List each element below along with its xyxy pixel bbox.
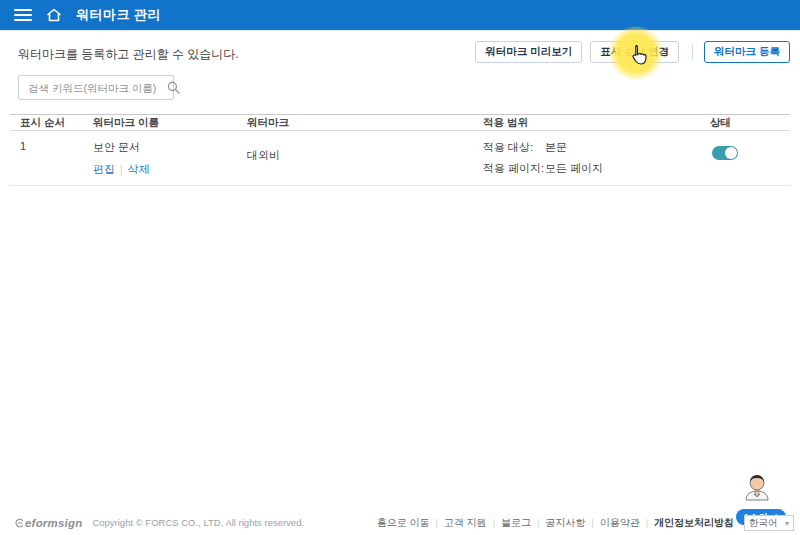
table-row: 1 보안 문서 편집|삭제 대외비 적용 대상: 본문 적용 페이지: 모든 페…: [10, 131, 790, 186]
watermark-text: 대외비: [247, 148, 483, 163]
footer-link-home[interactable]: 홈으로 이동: [377, 516, 430, 530]
scope-page-value: 모든 페이지: [545, 161, 603, 176]
home-icon[interactable]: [44, 5, 64, 25]
footer-link-notice[interactable]: 공지사항: [545, 516, 585, 530]
watermark-preview-button[interactable]: 워터마크 미리보기: [475, 41, 582, 63]
search-icon[interactable]: [167, 81, 180, 94]
header-apply-scope: 적용 범위: [483, 116, 710, 130]
header-status: 상태: [710, 116, 790, 130]
chevron-down-icon: ▾: [785, 519, 789, 528]
hamburger-menu-icon[interactable]: [14, 6, 32, 24]
watermark-name: 보안 문서: [93, 140, 247, 155]
footer-link-blog[interactable]: 블로그: [501, 516, 531, 530]
button-divider: [692, 45, 693, 60]
eformsign-logo[interactable]: eformsign: [14, 513, 82, 531]
row-watermark-name-cell: 보안 문서 편집|삭제: [93, 138, 247, 177]
copyright-text: Copyright © FORCS CO., LTD. All rights r…: [92, 517, 304, 528]
register-watermark-button[interactable]: 워터마크 등록: [704, 41, 790, 63]
search-input[interactable]: [19, 76, 167, 99]
footer-link-separator: |: [493, 518, 495, 528]
toggle-knob: [725, 147, 737, 159]
footer-links: 홈으로 이동 | 고객 지원 | 블로그 | 공지사항 | 이용약관 | 개인정…: [377, 516, 734, 530]
row-display-order: 1: [10, 138, 93, 152]
change-display-order-button[interactable]: 표시 순서 변경: [590, 41, 679, 63]
watermark-management-page: 워터마크 관리 워터마크를 등록하고 관리할 수 있습니다. 워터마크 미리보기…: [0, 0, 800, 535]
scope-target-label: 적용 대상:: [483, 140, 545, 155]
eformsign-logo-icon: [14, 514, 24, 532]
eformsign-logo-text: eformsign: [25, 517, 82, 529]
language-selected-value: 한국어: [749, 517, 778, 530]
footer-link-separator: |: [646, 518, 648, 528]
footer-link-separator: |: [436, 518, 438, 528]
footer-left: eformsign Copyright © FORCS CO., LTD. Al…: [14, 513, 304, 531]
watermark-table: 표시 순서 워터마크 이름 워터마크 적용 범위 상태 1 보안 문서 편집|삭…: [10, 114, 790, 186]
footer-link-terms[interactable]: 이용약관: [600, 516, 640, 530]
table-header-row: 표시 순서 워터마크 이름 워터마크 적용 범위 상태: [10, 114, 790, 131]
row-watermark-text-cell: 대외비: [247, 138, 483, 163]
scope-page-label: 적용 페이지:: [483, 161, 545, 176]
action-buttons: 워터마크 미리보기 표시 순서 변경 워터마크 등록: [475, 41, 790, 63]
footer-link-separator: |: [591, 518, 593, 528]
scope-target-value: 본문: [545, 140, 567, 155]
row-actions: 편집|삭제: [93, 162, 247, 177]
status-toggle[interactable]: [712, 146, 738, 160]
chat-agent-avatar[interactable]: [742, 472, 772, 506]
footer-right: 홈으로 이동 | 고객 지원 | 블로그 | 공지사항 | 이용약관 | 개인정…: [377, 515, 794, 531]
delete-link[interactable]: 삭제: [128, 163, 150, 175]
footer-link-support[interactable]: 고객 지원: [444, 516, 487, 530]
titlebar: 워터마크 관리: [0, 0, 800, 30]
page-description: 워터마크를 등록하고 관리할 수 있습니다.: [18, 46, 239, 63]
language-select[interactable]: 한국어 ▾: [744, 515, 794, 531]
header-watermark: 워터마크: [247, 116, 483, 130]
row-status-cell: [710, 138, 790, 160]
page-title: 워터마크 관리: [76, 6, 161, 24]
header-display-order: 표시 순서: [10, 116, 93, 130]
link-separator: |: [120, 164, 123, 175]
row-apply-scope-cell: 적용 대상: 본문 적용 페이지: 모든 페이지: [483, 138, 710, 176]
footer-link-separator: |: [537, 518, 539, 528]
search-box: [18, 75, 174, 100]
edit-link[interactable]: 편집: [93, 163, 115, 175]
footer-link-privacy[interactable]: 개인정보처리방침: [654, 516, 734, 530]
header-watermark-name: 워터마크 이름: [93, 116, 247, 130]
